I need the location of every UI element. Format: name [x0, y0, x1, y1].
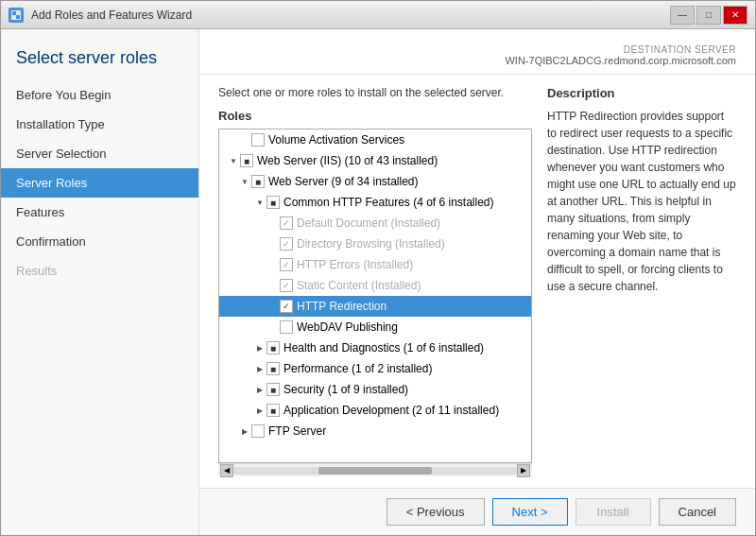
checkbox-web-server-iis[interactable]: ■ [240, 154, 253, 167]
scroll-left-btn[interactable]: ◀ [220, 464, 233, 477]
sidebar-header: Select server roles [1, 29, 198, 80]
expander-ftp-server[interactable]: ▶ [238, 424, 251, 438]
label-default-doc: Default Document (Installed) [297, 216, 440, 230]
tree-item-dir-browsing[interactable]: ✓ Directory Browsing (Installed) [219, 233, 531, 254]
description-text: HTTP Redirection provides support to red… [547, 108, 736, 295]
tree-item-performance[interactable]: ▶ ■ Performance (1 of 2 installed) [219, 358, 531, 379]
checkbox-web-server[interactable]: ■ [251, 175, 265, 188]
sidebar-item-confirmation[interactable]: Confirmation [1, 227, 198, 256]
checkbox-health-diag[interactable]: ■ [266, 341, 280, 354]
sidebar-item-installation-type[interactable]: Installation Type [1, 110, 198, 139]
section-instruction: Select one or more roles to install on t… [218, 86, 532, 99]
sidebar-item-server-roles[interactable]: Server Roles [1, 168, 198, 198]
roles-tree[interactable]: Volume Activation Services ▼ ■ Web Serve… [218, 129, 532, 463]
expander-common-http[interactable]: ▼ [253, 196, 266, 209]
minimize-button[interactable]: — [670, 6, 695, 25]
label-http-redirection: HTTP Redirection [297, 300, 387, 313]
label-app-dev: Application Development (2 of 11 install… [284, 404, 499, 417]
window-icon [9, 8, 24, 23]
tree-item-app-dev[interactable]: ▶ ■ Application Development (2 of 11 ins… [219, 400, 531, 421]
checkbox-default-doc[interactable]: ✓ [280, 216, 293, 230]
checkbox-app-dev[interactable]: ■ [266, 404, 280, 417]
tree-item-default-doc[interactable]: ✓ Default Document (Installed) [219, 213, 531, 233]
tree-item-security[interactable]: ▶ ■ Security (1 of 9 installed) [219, 379, 531, 400]
tree-item-web-server[interactable]: ▼ ■ Web Server (9 of 34 installed) [219, 171, 531, 192]
sidebar-item-server-selection[interactable]: Server Selection [1, 139, 198, 168]
tree-item-static-content[interactable]: ✓ Static Content (Installed) [219, 275, 531, 296]
svg-rect-2 [16, 15, 20, 19]
expander-webdav [266, 320, 280, 334]
label-web-server: Web Server (9 of 34 installed) [268, 175, 419, 188]
checkbox-static-content[interactable]: ✓ [280, 279, 293, 292]
close-button[interactable]: ✕ [723, 6, 747, 25]
expander-default-doc [266, 216, 280, 230]
checkbox-http-errors[interactable]: ✓ [280, 258, 293, 271]
label-webdav: WebDAV Publishing [297, 320, 398, 334]
description-panel: Description HTTP Redirection provides su… [547, 86, 736, 476]
checkbox-volume-activation[interactable] [251, 133, 265, 147]
tree-item-web-server-iis[interactable]: ▼ ■ Web Server (IIS) (10 of 43 installed… [219, 150, 531, 171]
label-static-content: Static Content (Installed) [297, 279, 421, 292]
expander-app-dev[interactable]: ▶ [253, 404, 266, 417]
destination-server-info: DESTINATION SERVER WIN-7QIBC2LADCG.redmo… [505, 44, 736, 66]
main-area: Select server roles Before You Begin Ins… [1, 29, 755, 535]
main-window: Add Roles and Features Wizard — □ ✕ Sele… [0, 0, 756, 536]
svg-rect-1 [12, 11, 16, 15]
scroll-right-btn[interactable]: ▶ [517, 464, 530, 477]
tree-item-ftp-server[interactable]: ▶ FTP Server [219, 421, 531, 441]
previous-button[interactable]: < Previous [387, 498, 485, 526]
expander-web-server-iis[interactable]: ▼ [227, 154, 240, 167]
maximize-button[interactable]: □ [696, 6, 721, 25]
content-area: DESTINATION SERVER WIN-7QIBC2LADCG.redmo… [199, 29, 755, 535]
expander-http-errors [266, 258, 280, 271]
expander-security[interactable]: ▶ [253, 383, 266, 396]
label-performance: Performance (1 of 2 installed) [284, 362, 432, 375]
expander-health-diag[interactable]: ▶ [253, 341, 266, 354]
checkbox-ftp-server[interactable] [251, 424, 265, 438]
footer: < Previous Next > Install Cancel [199, 488, 755, 535]
label-ftp-server: FTP Server [268, 424, 326, 438]
roles-section: Select one or more roles to install on t… [218, 86, 532, 476]
expander-web-server[interactable]: ▼ [238, 175, 251, 188]
expander-http-redirection [266, 300, 280, 313]
content-body: Select one or more roles to install on t… [199, 75, 755, 488]
tree-item-webdav[interactable]: WebDAV Publishing [219, 317, 531, 337]
checkbox-performance[interactable]: ■ [266, 362, 280, 375]
checkbox-http-redirection[interactable]: ✓ [280, 300, 293, 313]
next-button[interactable]: Next > [492, 498, 568, 526]
cancel-button[interactable]: Cancel [659, 498, 736, 526]
expander-dir-browsing [266, 237, 280, 251]
sidebar-item-before-you-begin[interactable]: Before You Begin [1, 80, 198, 110]
roles-label: Roles [218, 109, 532, 123]
checkbox-webdav[interactable] [280, 320, 293, 334]
label-web-server-iis: Web Server (IIS) (10 of 43 installed) [257, 154, 438, 167]
expander-volume-activation [238, 133, 251, 147]
scroll-track[interactable] [233, 467, 517, 475]
tree-item-health-diag[interactable]: ▶ ■ Health and Diagnostics (1 of 6 insta… [219, 337, 531, 358]
sidebar-item-features[interactable]: Features [1, 198, 198, 227]
label-security: Security (1 of 9 installed) [284, 383, 408, 396]
expander-static-content [266, 279, 280, 292]
sidebar: Select server roles Before You Begin Ins… [1, 29, 199, 535]
label-dir-browsing: Directory Browsing (Installed) [297, 237, 445, 251]
label-volume-activation: Volume Activation Services [268, 133, 404, 147]
content-header: DESTINATION SERVER WIN-7QIBC2LADCG.redmo… [199, 29, 755, 75]
tree-item-http-redirection[interactable]: ✓ HTTP Redirection [219, 296, 531, 317]
scroll-thumb[interactable] [318, 467, 432, 475]
checkbox-security[interactable]: ■ [266, 383, 280, 396]
tree-item-volume-activation[interactable]: Volume Activation Services [219, 130, 531, 150]
horizontal-scrollbar[interactable]: ◀ ▶ [218, 463, 532, 476]
checkbox-common-http[interactable]: ■ [266, 196, 280, 209]
destination-server-name: WIN-7QIBC2LADCG.redmond.corp.microsoft.c… [505, 55, 736, 66]
tree-item-common-http[interactable]: ▼ ■ Common HTTP Features (4 of 6 install… [219, 192, 531, 213]
sidebar-item-results: Results [1, 256, 198, 285]
label-http-errors: HTTP Errors (Installed) [297, 258, 413, 271]
expander-performance[interactable]: ▶ [253, 362, 266, 375]
title-bar: Add Roles and Features Wizard — □ ✕ [1, 1, 755, 29]
checkbox-dir-browsing[interactable]: ✓ [280, 237, 293, 251]
label-health-diag: Health and Diagnostics (1 of 6 installed… [284, 341, 484, 354]
install-button[interactable]: Install [576, 498, 651, 526]
window-controls: — □ ✕ [670, 6, 747, 25]
label-common-http: Common HTTP Features (4 of 6 installed) [284, 196, 494, 209]
tree-item-http-errors[interactable]: ✓ HTTP Errors (Installed) [219, 254, 531, 275]
